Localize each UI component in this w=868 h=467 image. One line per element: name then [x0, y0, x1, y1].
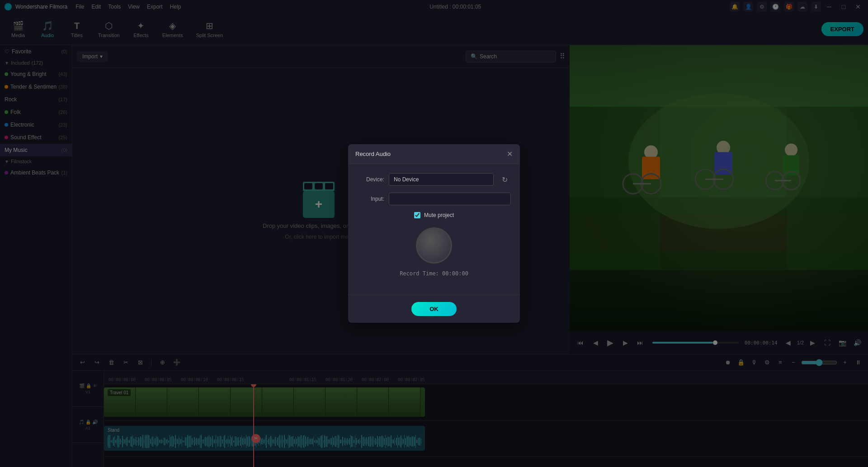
modal-title: Record Audio [355, 151, 391, 157]
record-button[interactable] [416, 227, 452, 264]
modal-overlay: Record Audio ✕ Device: No Device ↻ Input… [0, 0, 868, 467]
input-row: Input: [357, 193, 511, 205]
modal-footer: OK [348, 295, 520, 323]
modal-close-button[interactable]: ✕ [507, 150, 513, 158]
device-refresh-button[interactable]: ↻ [498, 173, 511, 186]
ok-button[interactable]: OK [411, 302, 457, 316]
mute-label: Mute project [424, 212, 454, 218]
mute-row: Mute project [357, 212, 511, 218]
device-row: Device: No Device ↻ [357, 173, 511, 186]
record-time-display: Record Time: 00:00:00 [357, 270, 511, 277]
mute-checkbox[interactable] [414, 212, 420, 218]
record-audio-modal: Record Audio ✕ Device: No Device ↻ Input… [348, 144, 520, 323]
input-label: Input: [357, 196, 384, 202]
modal-body: Device: No Device ↻ Input: Mute project … [348, 164, 520, 295]
device-label: Device: [357, 176, 384, 183]
device-select[interactable]: No Device [389, 173, 494, 186]
modal-header: Record Audio ✕ [348, 144, 520, 164]
input-select[interactable] [389, 193, 511, 205]
